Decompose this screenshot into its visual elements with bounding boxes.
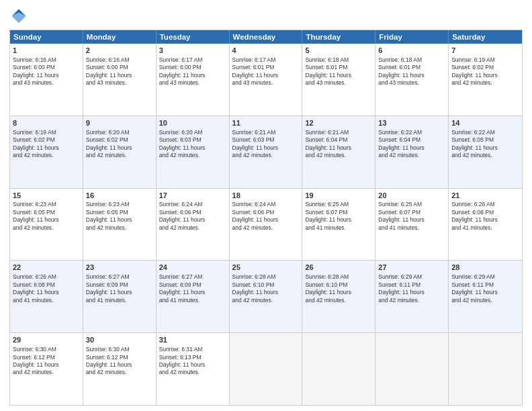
day-info-line: Daylight: 11 hours	[305, 72, 372, 79]
day-info-line: and 41 minutes.	[451, 224, 519, 232]
day-cell: 23Sunrise: 6:27 AMSunset: 6:09 PMDayligh…	[83, 261, 157, 332]
day-info-line: Daylight: 11 hours	[13, 72, 80, 79]
calendar-body: 1Sunrise: 6:16 AMSunset: 6:00 PMDaylight…	[10, 44, 522, 405]
day-info-line: and 41 minutes.	[86, 297, 153, 304]
day-number: 3	[159, 46, 226, 56]
day-info-line: Sunrise: 6:22 AM	[451, 129, 519, 136]
day-info-line: and 42 minutes.	[305, 297, 372, 304]
day-info-line: Sunrise: 6:17 AM	[159, 56, 226, 64]
day-cell: 9Sunrise: 6:20 AMSunset: 6:02 PMDaylight…	[83, 116, 157, 188]
day-number: 20	[378, 191, 445, 201]
weekday-header: Saturday	[449, 30, 522, 44]
day-number: 5	[305, 46, 372, 56]
day-info-line: Daylight: 11 hours	[86, 216, 153, 224]
weekday-header: Friday	[375, 30, 449, 44]
day-cell: 26Sunrise: 6:28 AMSunset: 6:10 PMDayligh…	[302, 261, 375, 332]
day-info-line: Daylight: 11 hours	[13, 289, 80, 296]
day-info-line: Sunset: 6:07 PM	[305, 209, 372, 216]
day-info-line: Daylight: 11 hours	[232, 289, 300, 296]
day-info-line: Sunrise: 6:25 AM	[305, 201, 372, 208]
day-cell: 20Sunrise: 6:25 AMSunset: 6:07 PMDayligh…	[375, 189, 449, 261]
day-info-line: Sunset: 6:07 PM	[378, 209, 445, 216]
day-number: 19	[305, 191, 372, 201]
day-info-line: Sunset: 6:10 PM	[232, 281, 300, 289]
day-info-line: and 43 minutes.	[13, 79, 80, 87]
day-info-line: Daylight: 11 hours	[378, 72, 445, 79]
day-info-line: and 42 minutes.	[232, 152, 300, 159]
calendar-row: 8Sunrise: 6:19 AMSunset: 6:02 PMDaylight…	[10, 116, 522, 189]
day-number: 6	[378, 46, 445, 56]
day-info-line: and 42 minutes.	[159, 152, 226, 159]
day-number: 31	[159, 335, 226, 345]
day-info-line: Sunrise: 6:22 AM	[378, 129, 445, 136]
day-info-line: Daylight: 11 hours	[159, 72, 226, 79]
day-info-line: Sunset: 6:09 PM	[159, 281, 226, 289]
day-info-line: Sunset: 6:06 PM	[159, 209, 226, 216]
day-info-line: Daylight: 11 hours	[451, 216, 519, 224]
calendar-row: 1Sunrise: 6:16 AMSunset: 6:00 PMDaylight…	[10, 44, 522, 116]
day-number: 10	[159, 118, 226, 128]
day-info-line: Daylight: 11 hours	[451, 144, 519, 152]
day-info-line: and 42 minutes.	[232, 224, 300, 232]
day-info-line: Daylight: 11 hours	[305, 144, 372, 152]
day-cell: 22Sunrise: 6:26 AMSunset: 6:08 PMDayligh…	[10, 261, 83, 332]
day-cell: 4Sunrise: 6:17 AMSunset: 6:01 PMDaylight…	[230, 44, 303, 116]
day-info-line: Daylight: 11 hours	[159, 144, 226, 152]
day-info-line: Daylight: 11 hours	[86, 144, 153, 152]
day-info-line: Daylight: 11 hours	[232, 216, 300, 224]
day-info-line: Daylight: 11 hours	[451, 289, 519, 296]
day-info-line: Daylight: 11 hours	[232, 72, 300, 79]
day-cell: 10Sunrise: 6:20 AMSunset: 6:03 PMDayligh…	[157, 116, 230, 188]
day-info-line: and 42 minutes.	[86, 224, 153, 232]
day-info-line: and 43 minutes.	[86, 79, 153, 87]
calendar-header: SundayMondayTuesdayWednesdayThursdayFrid…	[10, 30, 522, 44]
day-number: 24	[159, 263, 226, 273]
day-number: 8	[13, 118, 80, 128]
day-cell: 18Sunrise: 6:24 AMSunset: 6:06 PMDayligh…	[230, 189, 303, 261]
day-info-line: Sunrise: 6:30 AM	[86, 346, 153, 353]
day-info-line: Daylight: 11 hours	[159, 361, 226, 369]
day-info-line: Sunset: 6:02 PM	[13, 136, 80, 144]
day-number: 14	[451, 118, 519, 128]
day-number: 16	[86, 191, 153, 201]
day-info-line: Sunrise: 6:31 AM	[159, 346, 226, 353]
day-info-line: and 42 minutes.	[232, 297, 300, 304]
day-info-line: Sunrise: 6:28 AM	[305, 273, 372, 281]
day-number: 25	[232, 263, 300, 273]
day-info-line: and 41 minutes.	[378, 224, 445, 232]
empty-cell	[375, 333, 449, 405]
day-info-line: and 41 minutes.	[159, 297, 226, 304]
logo-icon	[9, 7, 28, 26]
day-cell: 19Sunrise: 6:25 AMSunset: 6:07 PMDayligh…	[302, 189, 375, 261]
day-info-line: Sunset: 6:01 PM	[305, 64, 372, 71]
day-info-line: and 43 minutes.	[378, 79, 445, 87]
day-info-line: Sunset: 6:12 PM	[13, 354, 80, 361]
day-info-line: Sunset: 6:04 PM	[305, 136, 372, 144]
day-info-line: Sunset: 6:05 PM	[13, 209, 80, 216]
day-info-line: Sunrise: 6:16 AM	[13, 56, 80, 64]
day-cell: 12Sunrise: 6:21 AMSunset: 6:04 PMDayligh…	[302, 116, 375, 188]
day-number: 29	[13, 335, 80, 345]
day-cell: 7Sunrise: 6:19 AMSunset: 6:02 PMDaylight…	[449, 44, 522, 116]
day-info-line: Sunrise: 6:25 AM	[378, 201, 445, 208]
day-info-line: Sunrise: 6:30 AM	[13, 346, 80, 353]
day-info-line: Sunset: 6:05 PM	[451, 136, 519, 144]
weekday-header: Thursday	[302, 30, 375, 44]
day-info-line: Daylight: 11 hours	[305, 289, 372, 296]
day-number: 2	[86, 46, 153, 56]
day-number: 15	[13, 191, 80, 201]
day-number: 4	[232, 46, 300, 56]
day-info-line: Sunrise: 6:19 AM	[451, 56, 519, 64]
day-info-line: Sunset: 6:01 PM	[378, 64, 445, 71]
day-info-line: Sunset: 6:02 PM	[86, 136, 153, 144]
day-cell: 2Sunrise: 6:16 AMSunset: 6:00 PMDaylight…	[83, 44, 157, 116]
day-info-line: Daylight: 11 hours	[86, 289, 153, 296]
day-info-line: Daylight: 11 hours	[378, 144, 445, 152]
calendar: SundayMondayTuesdayWednesdayThursdayFrid…	[9, 30, 523, 406]
day-info-line: and 41 minutes.	[13, 297, 80, 304]
day-info-line: Sunrise: 6:27 AM	[159, 273, 226, 281]
day-cell: 27Sunrise: 6:29 AMSunset: 6:11 PMDayligh…	[375, 261, 449, 332]
day-info-line: and 42 minutes.	[159, 224, 226, 232]
day-info-line: Sunrise: 6:21 AM	[305, 129, 372, 136]
day-info-line: Daylight: 11 hours	[232, 144, 300, 152]
